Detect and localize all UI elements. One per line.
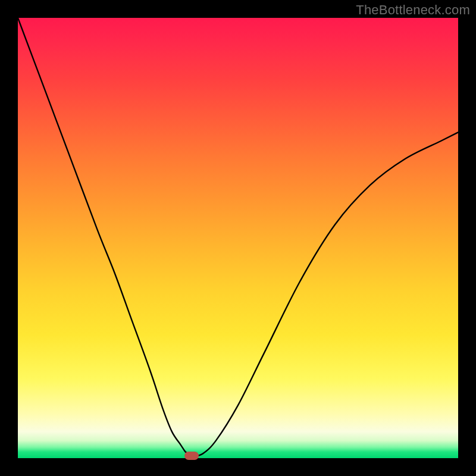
curve-svg: [18, 18, 458, 458]
bottleneck-curve: [18, 18, 458, 456]
watermark-text: TheBottleneck.com: [356, 2, 470, 18]
min-marker: [184, 452, 199, 460]
chart-frame: TheBottleneck.com: [0, 0, 476, 476]
plot-area: [18, 18, 458, 458]
